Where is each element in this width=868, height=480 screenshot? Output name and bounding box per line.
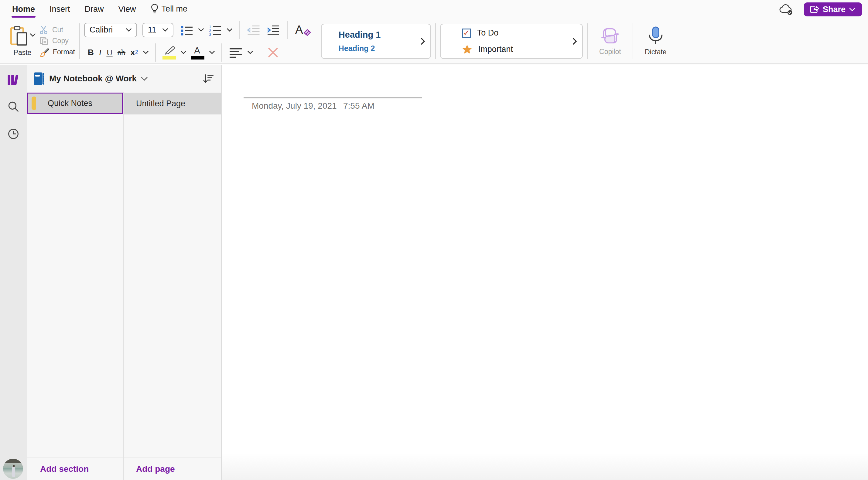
- notebook-icon: [33, 72, 45, 85]
- page-canvas[interactable]: Monday, July 19, 2021 7:55 AM: [222, 65, 868, 480]
- cloud-sync-icon[interactable]: [778, 4, 794, 15]
- section-color-tab: [32, 97, 36, 110]
- sections-list: Quick Notes: [27, 92, 123, 457]
- bullet-list-button[interactable]: [178, 23, 196, 37]
- numbered-list-dropdown[interactable]: [224, 23, 235, 37]
- todo-checkbox-icon: ✓: [462, 29, 471, 38]
- tab-home[interactable]: Home: [5, 1, 42, 19]
- page-item-untitled[interactable]: Untitled Page: [124, 93, 221, 115]
- share-button[interactable]: Share: [804, 2, 862, 17]
- strikethrough-button[interactable]: ab: [115, 45, 128, 60]
- chevron-down-icon: [162, 28, 168, 32]
- ribbon-tabs: Home Insert Draw View Tell me: [0, 0, 195, 19]
- svg-text:3: 3: [209, 32, 211, 36]
- ribbon-divider: [155, 43, 156, 62]
- font-color-button[interactable]: A: [189, 45, 207, 60]
- tag-important[interactable]: Important: [462, 44, 513, 54]
- ribbon-divider: [435, 23, 436, 59]
- account-avatar[interactable]: [3, 459, 23, 479]
- outdent-button[interactable]: [244, 23, 263, 37]
- share-icon: [809, 5, 819, 14]
- font-color-dropdown[interactable]: [207, 45, 217, 60]
- format-painter-button[interactable]: Format: [39, 47, 75, 57]
- app-body: My Notebook @ Work Quick Notes Add secti…: [0, 65, 868, 480]
- italic-button[interactable]: I: [96, 45, 104, 60]
- notebook-nav: My Notebook @ Work Quick Notes Add secti…: [27, 65, 222, 480]
- style-heading1[interactable]: Heading 1: [339, 30, 381, 40]
- page-time: 7:55 AM: [343, 101, 374, 111]
- notebook-header[interactable]: My Notebook @ Work: [27, 65, 221, 92]
- paragraph-align-dropdown[interactable]: [245, 45, 255, 60]
- subscript-button[interactable]: x2: [128, 45, 141, 60]
- pages-column: Untitled Page Add page: [124, 92, 221, 480]
- copy-button[interactable]: Copy: [39, 36, 75, 45]
- add-section-row: Add section: [27, 457, 123, 480]
- clear-formatting-button[interactable]: A: [292, 23, 314, 37]
- tab-tell-me[interactable]: Tell me: [143, 0, 195, 19]
- ribbon-divider: [587, 23, 588, 59]
- chevron-down-icon[interactable]: [141, 77, 148, 81]
- ribbon-divider: [239, 21, 240, 39]
- tag-todo[interactable]: ✓ To Do: [462, 28, 513, 38]
- tab-view[interactable]: View: [111, 1, 143, 19]
- highlighter-icon: [162, 45, 176, 55]
- bold-button[interactable]: B: [85, 45, 96, 60]
- lightbulb-icon: [151, 4, 158, 14]
- chevron-down-icon: [849, 8, 855, 11]
- bullet-list-dropdown[interactable]: [196, 23, 206, 37]
- scissors-icon: [39, 26, 49, 35]
- svg-text:1: 1: [209, 24, 211, 28]
- font-size-select[interactable]: 11: [143, 23, 174, 37]
- ribbon-toolbar: Paste Cut Copy Format Calibri: [0, 19, 868, 64]
- tags-gallery[interactable]: ✓ To Do Important: [440, 24, 583, 59]
- highlight-color-dropdown[interactable]: [178, 45, 189, 60]
- add-page-button[interactable]: Add page: [136, 464, 175, 474]
- paste-button[interactable]: Paste: [7, 26, 38, 57]
- recent-notes-icon[interactable]: [7, 128, 20, 140]
- chevron-down-icon: [30, 33, 35, 37]
- notebook-title[interactable]: My Notebook @ Work: [49, 74, 137, 84]
- add-section-button[interactable]: Add section: [40, 464, 89, 474]
- titlebar: Home Insert Draw View Tell me Share: [0, 0, 868, 19]
- chevron-down-icon: [126, 28, 131, 32]
- underline-button[interactable]: U: [104, 45, 115, 60]
- tab-draw[interactable]: Draw: [78, 1, 111, 19]
- ribbon-divider: [260, 43, 260, 62]
- ribbon-divider: [287, 21, 288, 39]
- star-icon: [462, 44, 472, 54]
- ribbon-divider: [79, 23, 80, 59]
- numbered-list-button[interactable]: 123: [206, 23, 224, 37]
- sections-column: Quick Notes Add section: [27, 92, 124, 480]
- svg-text:A: A: [194, 45, 200, 55]
- highlight-color-button[interactable]: [160, 45, 178, 60]
- left-rail: [0, 65, 27, 480]
- tab-insert[interactable]: Insert: [42, 1, 78, 19]
- chevron-right-icon[interactable]: [573, 38, 577, 44]
- section-item-quick-notes[interactable]: Quick Notes: [27, 93, 123, 114]
- font-name-select[interactable]: Calibri: [84, 23, 137, 37]
- format-brush-icon: [39, 47, 49, 57]
- copilot-button[interactable]: Copilot: [592, 26, 628, 56]
- delete-button[interactable]: [265, 45, 282, 60]
- sort-pages-icon[interactable]: [202, 72, 215, 85]
- chevron-right-icon[interactable]: [421, 38, 425, 44]
- canvas-bottom-shadow: [222, 453, 868, 480]
- dictate-button[interactable]: Dictate: [638, 26, 674, 56]
- style-heading2[interactable]: Heading 2: [339, 44, 381, 53]
- notebooks-library-icon[interactable]: [6, 73, 20, 87]
- search-icon[interactable]: [7, 100, 20, 113]
- page-date: Monday, July 19, 2021: [252, 101, 337, 111]
- subscript-dropdown[interactable]: [141, 45, 151, 60]
- styles-gallery[interactable]: Heading 1 Heading 2: [321, 24, 431, 59]
- add-page-row: Add page: [124, 457, 221, 480]
- page-title-underline: [244, 97, 422, 98]
- svg-text:A: A: [295, 23, 303, 36]
- pages-list: Untitled Page: [124, 92, 221, 457]
- ribbon-divider: [221, 43, 222, 62]
- microphone-icon: [647, 26, 664, 45]
- paragraph-align-button[interactable]: [226, 45, 245, 60]
- clipboard-icon: [9, 26, 28, 47]
- copy-icon: [39, 36, 49, 45]
- indent-button[interactable]: [263, 23, 283, 37]
- cut-button[interactable]: Cut: [39, 26, 75, 35]
